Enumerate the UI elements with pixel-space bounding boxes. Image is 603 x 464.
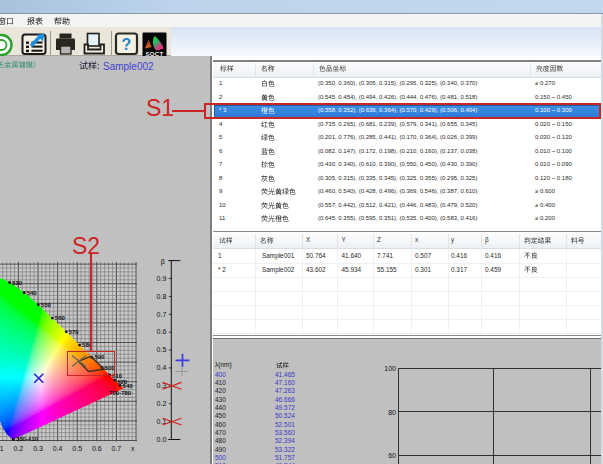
svg-text:x: x [131,445,135,452]
svg-text:β: β [161,258,165,266]
svg-text:0.5: 0.5 [157,346,167,353]
svg-text:0.0: 0.0 [157,436,167,443]
svg-text:100: 100 [384,365,396,372]
svg-text:560: 560 [55,315,66,321]
svg-text:0.1: 0.1 [0,445,4,452]
svg-text:570: 570 [69,329,80,335]
svg-text:640: 640 [123,383,134,389]
svg-text:0.2: 0.2 [14,445,24,452]
svg-text:?: ? [122,36,132,53]
svg-text:0.7: 0.7 [112,445,122,452]
svg-text:0.6: 0.6 [157,328,167,335]
svg-text:0.9: 0.9 [157,275,167,282]
svg-text:0.4: 0.4 [53,445,63,452]
svg-text:380-410: 380-410 [16,436,39,442]
svg-text:60: 60 [388,452,396,459]
svg-text:80: 80 [388,409,396,416]
svg-text:0.4: 0.4 [157,364,167,371]
svg-text:700-780: 700-780 [109,390,132,396]
svg-text:540: 540 [27,290,38,296]
svg-text:550: 550 [41,302,52,308]
svg-text:SQCT: SQCT [146,51,164,56]
svg-text:0.7: 0.7 [157,311,167,318]
svg-text:0.5: 0.5 [72,445,82,452]
svg-text:0.6: 0.6 [92,445,102,452]
svg-text:530: 530 [12,280,23,286]
svg-text:0.8: 0.8 [157,293,167,300]
svg-text:0.2: 0.2 [157,400,167,407]
svg-text:0.3: 0.3 [33,445,43,452]
